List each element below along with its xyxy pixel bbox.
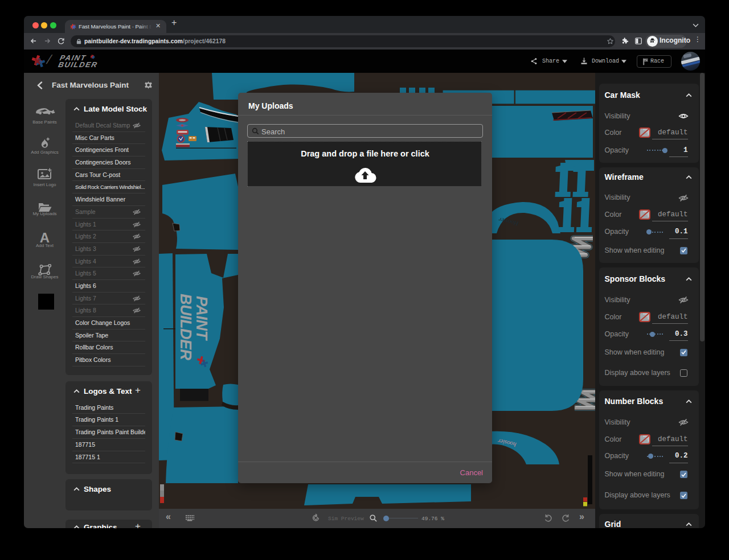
svg-text:Hoosier: Hoosier bbox=[498, 216, 520, 228]
svg-text:PAINT: PAINT bbox=[193, 296, 210, 341]
svg-text:BUILDER: BUILDER bbox=[177, 294, 194, 360]
